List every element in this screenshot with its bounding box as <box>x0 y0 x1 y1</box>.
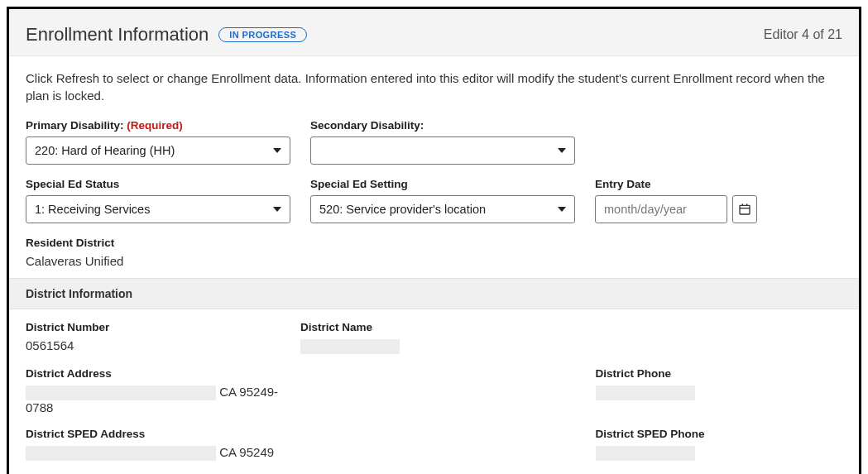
district-name-value-redacted <box>300 339 400 354</box>
district-phone-redacted <box>596 385 695 400</box>
svg-rect-0 <box>740 205 750 214</box>
editor-panel: Enrollment Information IN PROGRESS Edito… <box>7 7 861 474</box>
district-info-heading: District Information <box>9 278 859 309</box>
intro-text: Click Refresh to select or change Enroll… <box>26 69 842 104</box>
district-sped-phone-redacted <box>596 446 695 461</box>
district-sped-address-redacted <box>26 446 216 461</box>
sped-status-label: Special Ed Status <box>26 178 290 190</box>
chevron-down-icon <box>273 207 281 212</box>
calendar-button[interactable] <box>732 195 757 223</box>
calendar-icon <box>738 203 751 216</box>
primary-disability-label: Primary Disability: (Required) <box>26 119 290 132</box>
district-number-label: District Number <box>26 321 300 333</box>
district-name-label: District Name <box>300 321 598 333</box>
secondary-disability-select[interactable] <box>310 136 575 165</box>
secondary-disability-label: Secondary Disability: <box>310 119 575 132</box>
district-number-value: 0561564 <box>26 338 300 352</box>
resident-district-label: Resident District <box>26 237 842 249</box>
sped-setting-label: Special Ed Setting <box>310 178 575 190</box>
district-address-redacted <box>26 385 216 400</box>
editor-header: Enrollment Information IN PROGRESS Edito… <box>9 9 859 56</box>
entry-date-input[interactable] <box>595 195 727 223</box>
sped-status-select[interactable]: 1: Receiving Services <box>26 195 290 223</box>
editor-counter: Editor 4 of 21 <box>764 27 842 42</box>
sped-setting-select[interactable]: 520: Service provider's location <box>310 195 575 223</box>
resident-district-value: Calaveras Unified <box>26 254 842 268</box>
district-sped-address-label: District SPED Address <box>26 428 299 440</box>
page-title: Enrollment Information <box>26 24 209 45</box>
primary-disability-select[interactable]: 220: Hard of Hearing (HH) <box>26 136 290 165</box>
status-badge: IN PROGRESS <box>218 27 307 42</box>
chevron-down-icon <box>273 148 281 153</box>
district-sped-phone-label: District SPED Phone <box>596 428 842 440</box>
chevron-down-icon <box>558 148 566 153</box>
district-address-label: District Address <box>26 367 299 380</box>
entry-date-label: Entry Date <box>595 178 760 190</box>
district-sped-address-suffix: CA 95249 <box>219 445 274 459</box>
chevron-down-icon <box>558 207 566 212</box>
district-phone-label: District Phone <box>596 367 842 380</box>
